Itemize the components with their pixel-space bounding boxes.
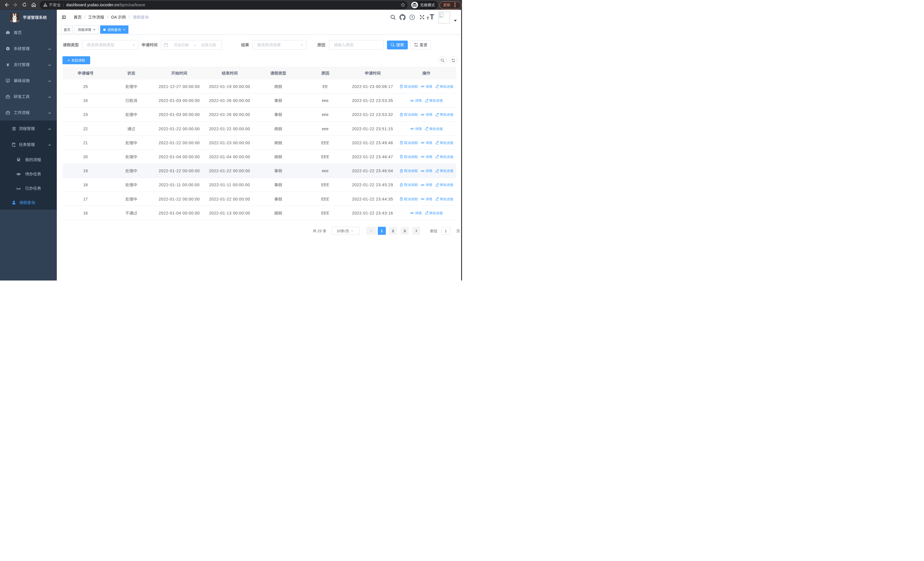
svg-text:?: ?: [411, 16, 413, 19]
svg-text:¥: ¥: [7, 63, 9, 67]
